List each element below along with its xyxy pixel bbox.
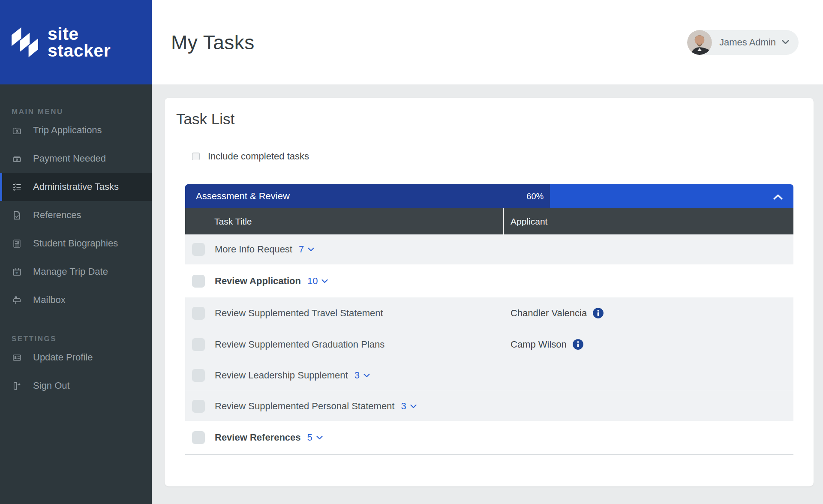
task-title: Review Leadership Supplement bbox=[215, 370, 348, 381]
info-icon[interactable] bbox=[572, 339, 584, 350]
chevron-down-icon[interactable] bbox=[321, 279, 328, 283]
banknote-icon bbox=[12, 153, 22, 164]
row-checkbox[interactable] bbox=[192, 369, 205, 382]
trip-folder-icon bbox=[12, 125, 22, 136]
task-table: Assessment & Review 60% Task Title Appli… bbox=[185, 184, 793, 455]
sitestacker-logo-icon bbox=[12, 27, 38, 58]
row-checkbox[interactable] bbox=[192, 307, 205, 320]
info-icon[interactable] bbox=[592, 307, 604, 319]
section-label-settings: SETTINGS bbox=[12, 335, 152, 343]
sidebar-menu: MAIN MENU Trip Applications Payment Need… bbox=[0, 84, 152, 400]
sidebar-item-payment-needed[interactable]: Payment Needed bbox=[0, 144, 152, 173]
logo-text: site stacker bbox=[48, 26, 111, 58]
sidebar-item-label: Manage Trip Date bbox=[33, 266, 108, 277]
row-checkbox[interactable] bbox=[192, 338, 205, 351]
chevron-down-icon[interactable] bbox=[410, 404, 417, 408]
sidebar-item-references[interactable]: References bbox=[0, 201, 152, 229]
user-menu[interactable]: James Admin bbox=[687, 30, 799, 55]
task-title: Review Application bbox=[215, 276, 301, 287]
task-row-travel-statement[interactable]: Review Supplemented Travel Statement Cha… bbox=[185, 297, 793, 329]
sidebar-item-administrative-tasks[interactable]: Administrative Tasks bbox=[0, 173, 152, 201]
group-header-assessment-review[interactable]: Assessment & Review 60% bbox=[185, 184, 793, 208]
task-count[interactable]: 10 bbox=[307, 276, 318, 287]
sidebar-item-student-biographies[interactable]: Student Biographies bbox=[0, 229, 152, 258]
task-title: Review Supplemented Graduation Plans bbox=[215, 339, 384, 350]
task-list-card: Task List Include completed tasks Assess… bbox=[165, 98, 814, 486]
task-title: Review References bbox=[215, 432, 301, 443]
sidebar-item-update-profile[interactable]: Update Profile bbox=[0, 343, 152, 372]
page-title: My Tasks bbox=[171, 31, 255, 54]
header: My Tasks James Admin bbox=[152, 0, 823, 84]
group-progress-percent: 60% bbox=[526, 192, 544, 201]
chevron-down-icon[interactable] bbox=[316, 435, 323, 440]
row-checkbox[interactable] bbox=[192, 243, 205, 256]
task-count[interactable]: 7 bbox=[299, 244, 304, 255]
logo-line2: stacker bbox=[48, 42, 111, 59]
main-content: Task List Include completed tasks Assess… bbox=[152, 84, 823, 504]
task-title: Review Supplemented Travel Statement bbox=[215, 308, 383, 319]
task-row-graduation-plans[interactable]: Review Supplemented Graduation Plans Cam… bbox=[185, 329, 793, 360]
chevron-down-icon[interactable] bbox=[363, 373, 370, 378]
task-row-review-application[interactable]: Review Application 10 bbox=[185, 264, 793, 297]
avatar bbox=[687, 30, 712, 55]
include-completed-row[interactable]: Include completed tasks bbox=[192, 151, 793, 162]
task-title: More Info Request bbox=[215, 244, 292, 255]
row-checkbox[interactable] bbox=[192, 400, 205, 413]
task-row-review-references[interactable]: Review References 5 bbox=[185, 421, 793, 455]
document-check-icon bbox=[12, 210, 22, 221]
sign-out-icon bbox=[12, 381, 22, 391]
chevron-up-icon[interactable] bbox=[773, 194, 783, 201]
task-row-more-info-request[interactable]: More Info Request 7 bbox=[185, 234, 793, 264]
id-card-icon bbox=[12, 352, 22, 363]
column-header-task-title: Task Title bbox=[185, 208, 503, 234]
svg-text:31: 31 bbox=[15, 271, 19, 274]
row-checkbox[interactable] bbox=[192, 275, 205, 288]
applicant-name: Camp Wilson bbox=[511, 339, 567, 350]
include-completed-checkbox[interactable] bbox=[192, 153, 200, 160]
sidebar-item-label: Administrative Tasks bbox=[33, 181, 119, 192]
group-title: Assessment & Review bbox=[196, 191, 290, 202]
column-divider bbox=[503, 208, 504, 235]
sidebar-item-label: Sign Out bbox=[33, 380, 70, 391]
logo-line1: site bbox=[48, 26, 111, 42]
mailbox-icon bbox=[12, 295, 22, 306]
card-title: Task List bbox=[176, 98, 793, 128]
task-row-leadership-supplement[interactable]: Review Leadership Supplement 3 bbox=[185, 360, 793, 391]
task-title: Review Supplemented Personal Statement bbox=[215, 401, 394, 412]
checklist-icon bbox=[12, 182, 22, 192]
sidebar-item-mailbox[interactable]: Mailbox bbox=[0, 286, 152, 314]
sidebar-item-label: Student Biographies bbox=[33, 238, 118, 249]
chevron-down-icon bbox=[782, 40, 789, 45]
section-label-main-menu: MAIN MENU bbox=[12, 108, 152, 116]
sidebar: site stacker MAIN MENU Trip Applications bbox=[0, 0, 152, 504]
chevron-down-icon[interactable] bbox=[308, 247, 314, 252]
user-name: James Admin bbox=[719, 37, 776, 48]
row-checkbox[interactable] bbox=[192, 431, 205, 444]
applicant-name: Chandler Valencia bbox=[511, 308, 587, 319]
sidebar-item-sign-out[interactable]: Sign Out bbox=[0, 372, 152, 400]
sidebar-item-label: Trip Applications bbox=[33, 125, 102, 136]
task-row-personal-statement[interactable]: Review Supplemented Personal Statement 3 bbox=[185, 391, 793, 421]
sidebar-item-label: Payment Needed bbox=[33, 153, 106, 164]
book-lines-icon bbox=[12, 238, 22, 249]
calendar-icon: 31 bbox=[12, 267, 22, 277]
include-completed-label: Include completed tasks bbox=[208, 151, 309, 162]
sidebar-item-manage-trip-date[interactable]: 31 Manage Trip Date bbox=[0, 258, 152, 286]
logo[interactable]: site stacker bbox=[0, 0, 152, 84]
task-count[interactable]: 3 bbox=[354, 370, 360, 381]
sidebar-item-label: Update Profile bbox=[33, 352, 93, 363]
sidebar-item-label: Mailbox bbox=[33, 294, 66, 306]
table-header: Task Title Applicant bbox=[185, 208, 793, 234]
task-count[interactable]: 3 bbox=[401, 401, 406, 412]
column-header-applicant: Applicant bbox=[503, 208, 793, 234]
sidebar-item-trip-applications[interactable]: Trip Applications bbox=[0, 116, 152, 144]
task-count[interactable]: 5 bbox=[307, 432, 312, 443]
group-progress-bar: Assessment & Review 60% bbox=[185, 184, 550, 208]
sidebar-item-label: References bbox=[33, 210, 81, 221]
